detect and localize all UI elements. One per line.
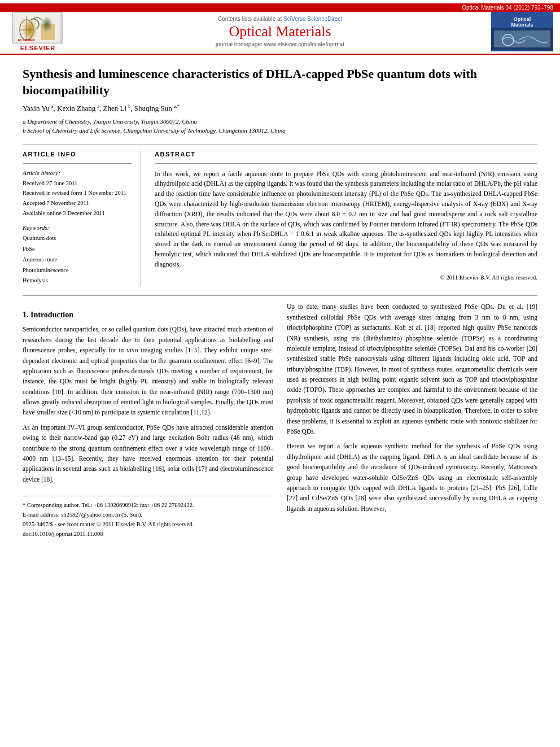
section1-title: 1. Introduction (23, 311, 273, 320)
article-dates: Received 27 June 2011 Received in revise… (23, 178, 132, 219)
elsevier-logo: ELSEVIER ELSEVIER (7, 12, 69, 51)
om-logo-text: Optical Materials (491, 12, 553, 51)
article-info-abstract-section: ARTICLE INFO Article history: Received 2… (23, 151, 537, 287)
header-top: ELSEVIER ELSEVIER Contents lists availab… (0, 12, 560, 54)
paper-title: Synthesis and luminescence characteristi… (23, 66, 537, 98)
optical-materials-logo: Optical Materials (491, 12, 553, 51)
authors-line: Yaxin Yu a, Kexin Zhang a, Zhen Li b, Sh… (23, 104, 537, 113)
svg-text:ELSEVIER: ELSEVIER (18, 38, 35, 42)
om-logo-svg: Optical Materials (491, 12, 553, 50)
paper-content: Synthesis and luminescence characteristi… (0, 55, 560, 550)
footnote-doi: doi:10.1016/j.optmat.2011.11.008 (23, 530, 273, 539)
keyword-4: Photoluminescence (23, 265, 132, 276)
svg-rect-0 (15, 13, 60, 42)
available-date: Available online 3 December 2011 (23, 208, 132, 219)
article-info-divider (23, 163, 132, 164)
divider-bottom (23, 295, 537, 296)
sciverse-link[interactable]: SciVerse ScienceDirect (283, 16, 342, 22)
svg-text:Optical: Optical (514, 16, 531, 22)
footnote-area: * Corresponding author. Tel.: +86 139206… (23, 496, 273, 539)
elsevier-text-label: ELSEVIER (20, 45, 55, 51)
divider-top (23, 145, 537, 145)
footnote-star: * Corresponding author. Tel.: +86 139206… (23, 501, 273, 510)
accepted-date: Accepted 7 November 2011 (23, 198, 132, 208)
keyword-1: Quantum dots (23, 233, 132, 244)
footnote-email: E-mail address: s625827@yahoo.com.cn (S.… (23, 510, 273, 520)
keyword-5: Hemolysis (23, 276, 132, 286)
section1-para4: Herein we report a facile aqueous synthe… (287, 441, 537, 514)
elsevier-logo-svg: ELSEVIER (15, 13, 60, 42)
sciverse-prefix: Contents lists available at (218, 16, 282, 22)
section1-para3: Up to date, many studies have been condu… (287, 302, 537, 436)
received-revised-date: Received in revised form 1 November 2011 (23, 188, 132, 198)
article-info-heading: ARTICLE INFO (23, 151, 132, 158)
main-body: 1. Introduction Semiconductor nanopartic… (23, 302, 537, 539)
section1-para1: Semiconductor nanoparticles, or so calle… (23, 324, 273, 418)
citation-text: Optical Materials 34 (2012) 793–798 (462, 5, 553, 11)
svg-text:Materials: Materials (511, 22, 533, 28)
svg-rect-4 (41, 24, 55, 40)
article-info-column: ARTICLE INFO Article history: Received 2… (23, 151, 141, 287)
sciverse-line: Contents lists available at SciVerse Sci… (80, 16, 480, 22)
journal-center: Contents lists available at SciVerse Sci… (69, 16, 491, 47)
keyword-3: Aqueous route (23, 255, 132, 265)
affiliations: a Department of Chemistry, Tianjin Unive… (23, 117, 537, 136)
received-date: Received 27 June 2011 (23, 178, 132, 189)
keywords-label: Keywords: (23, 224, 132, 231)
citation-bar: Optical Materials 34 (2012) 793–798 (0, 3, 560, 12)
abstract-column: ABSTRACT In this work, we report a facil… (155, 151, 537, 287)
copyright-line: © 2011 Elsevier B.V. All rights reserved… (155, 274, 537, 281)
history-label: Article history: (23, 169, 132, 176)
abstract-text: In this work, we report a facile aqueous… (155, 169, 537, 270)
elsevier-logo-image: ELSEVIER (12, 12, 63, 43)
affiliation-b: b School of Chemistry and Life Science, … (23, 126, 537, 136)
svg-point-1 (20, 20, 33, 40)
keyword-2: PbSe (23, 244, 132, 255)
keywords-list: Quantum dots PbSe Aqueous route Photolum… (23, 233, 132, 286)
journal-title: Optical Materials (80, 23, 480, 40)
abstract-heading: ABSTRACT (155, 151, 537, 158)
right-column: Up to date, many studies have been condu… (287, 302, 537, 539)
footnote-issn: 0925-3467/$ - see front matter © 2011 El… (23, 520, 273, 530)
abstract-divider (155, 163, 537, 164)
section1-para2: As an important IV–VI group semiconducto… (23, 422, 273, 484)
left-column: 1. Introduction Semiconductor nanopartic… (23, 302, 273, 539)
affiliation-a: a Department of Chemistry, Tianjin Unive… (23, 117, 537, 126)
journal-homepage: journal homepage: www.elsevier.com/locat… (80, 41, 480, 47)
page-header: Optical Materials 34 (2012) 793–798 ELSE… (0, 0, 560, 55)
